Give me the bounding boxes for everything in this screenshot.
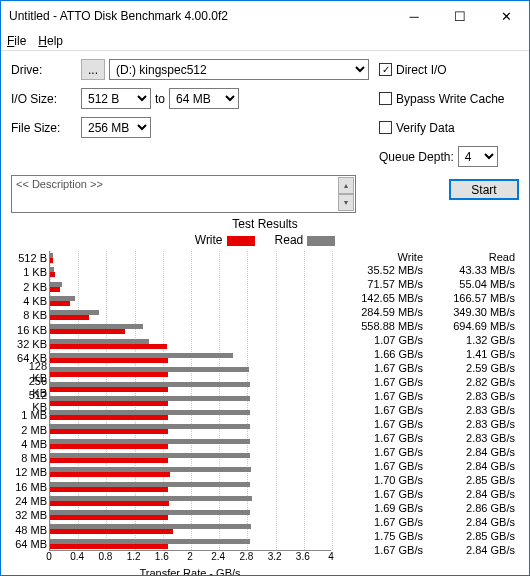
bar-write [50, 472, 170, 477]
y-tick-label: 1 MB [11, 409, 47, 421]
drive-select[interactable]: (D:) kingspec512 [109, 59, 369, 80]
y-tick-label: 4 MB [11, 438, 47, 450]
results-panel: Test Results Write Read 00.40.81.21.622.… [1, 213, 529, 576]
y-tick-label: 32 KB [11, 338, 47, 350]
bar-write [50, 544, 168, 549]
y-tick-label: 2 MB [11, 424, 47, 436]
spinner-up-icon[interactable]: ▴ [338, 177, 354, 194]
table-row: 1.70 GB/s2.85 GB/s [335, 473, 519, 487]
cell-write: 1.07 GB/s [335, 333, 427, 347]
title-bar: Untitled - ATTO Disk Benchmark 4.00.0f2 … [1, 1, 529, 31]
x-tick-label: 3.6 [296, 551, 310, 562]
filesize-select[interactable]: 256 MB [81, 117, 151, 138]
bar-chart: 00.40.81.21.622.42.83.23.64 Transfer Rat… [11, 251, 331, 576]
menu-file[interactable]: File [7, 34, 26, 48]
iosize-to-select[interactable]: 64 MB [169, 88, 239, 109]
cell-write: 1.67 GB/s [335, 543, 427, 557]
col-read: Read [427, 251, 519, 263]
cell-write: 1.69 GB/s [335, 501, 427, 515]
queue-depth-select[interactable]: 4 [458, 146, 498, 167]
cell-write: 1.67 GB/s [335, 361, 427, 375]
x-tick-label: 0.4 [70, 551, 84, 562]
cell-read: 2.83 GB/s [427, 431, 519, 445]
close-button[interactable]: ✕ [483, 1, 529, 31]
queue-depth-row: Queue Depth: 4 [379, 146, 519, 167]
x-tick-label: 4 [328, 551, 334, 562]
bar-write [50, 501, 169, 506]
cell-read: 2.86 GB/s [427, 501, 519, 515]
cell-read: 2.83 GB/s [427, 403, 519, 417]
table-row: 1.69 GB/s2.86 GB/s [335, 501, 519, 515]
table-row: 1.67 GB/s2.84 GB/s [335, 515, 519, 529]
y-tick-label: 4 KB [11, 295, 47, 307]
cell-read: 166.57 MB/s [427, 291, 519, 305]
menu-bar: File Help [1, 31, 529, 51]
cell-write: 1.67 GB/s [335, 431, 427, 445]
y-tick-label: 32 MB [11, 509, 47, 521]
y-tick-label: 8 KB [11, 309, 47, 321]
cell-write: 1.67 GB/s [335, 403, 427, 417]
table-row: 142.65 MB/s166.57 MB/s [335, 291, 519, 305]
bar-write [50, 444, 168, 449]
cell-write: 284.59 MB/s [335, 305, 427, 319]
bar-write [50, 487, 168, 492]
direct-io-checkbox[interactable]: ✓Direct I/O [379, 63, 519, 77]
iosize-label: I/O Size: [11, 92, 71, 106]
minimize-button[interactable]: ─ [391, 1, 437, 31]
y-tick-label: 16 KB [11, 324, 47, 336]
bar-write [50, 387, 168, 392]
results-title: Test Results [11, 217, 519, 231]
x-tick-label: 1.6 [155, 551, 169, 562]
table-row: 1.66 GB/s1.41 GB/s [335, 347, 519, 361]
y-tick-label: 12 MB [11, 466, 47, 478]
cell-write: 1.67 GB/s [335, 459, 427, 473]
cell-read: 2.59 GB/s [427, 361, 519, 375]
bar-write [50, 401, 168, 406]
y-tick-label: 24 MB [11, 495, 47, 507]
x-tick-label: 2 [187, 551, 193, 562]
cell-read: 2.84 GB/s [427, 487, 519, 501]
cell-read: 2.85 GB/s [427, 529, 519, 543]
cell-write: 1.67 GB/s [335, 515, 427, 529]
drive-browse-button[interactable]: ... [81, 59, 105, 80]
cell-write: 1.67 GB/s [335, 389, 427, 403]
description-input[interactable]: << Description >> ▴ ▾ [11, 175, 356, 213]
bar-write [50, 329, 125, 334]
table-row: 1.67 GB/s2.84 GB/s [335, 487, 519, 501]
bar-write [50, 258, 53, 263]
cell-read: 2.84 GB/s [427, 515, 519, 529]
cell-write: 1.70 GB/s [335, 473, 427, 487]
bypass-cache-checkbox[interactable]: Bypass Write Cache [379, 92, 519, 106]
y-tick-label: 64 MB [11, 538, 47, 550]
iosize-from-select[interactable]: 512 B [81, 88, 151, 109]
results-table: Write Read 35.52 MB/s43.33 MB/s71.57 MB/… [335, 251, 519, 576]
bar-write [50, 358, 168, 363]
cell-read: 1.32 GB/s [427, 333, 519, 347]
table-row: 35.52 MB/s43.33 MB/s [335, 263, 519, 277]
y-tick-label: 48 MB [11, 524, 47, 536]
bar-write [50, 272, 55, 277]
config-panel: Drive: ... (D:) kingspec512 ✓Direct I/O … [1, 51, 529, 171]
x-tick-label: 3.2 [268, 551, 282, 562]
x-tick-label: 2.8 [239, 551, 253, 562]
cell-read: 2.82 GB/s [427, 375, 519, 389]
table-row: 1.67 GB/s2.82 GB/s [335, 375, 519, 389]
start-button[interactable]: Start [449, 179, 519, 200]
legend-read-swatch [307, 236, 335, 246]
bar-write [50, 429, 168, 434]
x-tick-label: 0.8 [98, 551, 112, 562]
spinner-down-icon[interactable]: ▾ [338, 194, 354, 211]
y-tick-label: 2 KB [11, 281, 47, 293]
y-tick-label: 16 MB [11, 481, 47, 493]
bar-write [50, 344, 167, 349]
y-tick-label: 8 MB [11, 452, 47, 464]
cell-write: 1.67 GB/s [335, 375, 427, 389]
cell-write: 35.52 MB/s [335, 263, 427, 277]
description-spinner[interactable]: ▴ ▾ [338, 177, 354, 211]
maximize-button[interactable]: ☐ [437, 1, 483, 31]
table-row: 1.67 GB/s2.84 GB/s [335, 445, 519, 459]
menu-help[interactable]: Help [38, 34, 63, 48]
verify-data-checkbox[interactable]: Verify Data [379, 121, 519, 135]
cell-write: 1.67 GB/s [335, 417, 427, 431]
table-row: 1.67 GB/s2.83 GB/s [335, 389, 519, 403]
